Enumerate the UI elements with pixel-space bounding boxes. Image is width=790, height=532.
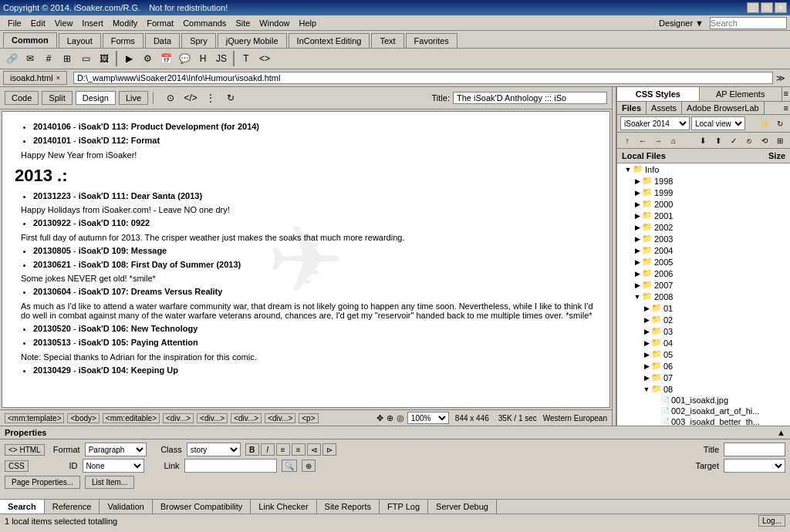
expand-icon[interactable]: ▶: [642, 351, 651, 359]
tree-item-02[interactable]: ▶ 📁 02: [617, 314, 790, 325]
ap-elements-tab[interactable]: AP Elements: [700, 87, 782, 101]
menu-modify[interactable]: Modify: [108, 17, 142, 29]
expand-icon-info[interactable]: ▼: [623, 166, 633, 173]
breadcrumb-body[interactable]: <body>: [67, 413, 99, 423]
sub-panel-options[interactable]: ≡: [782, 102, 790, 114]
tree-item-01[interactable]: ▶ 📁 01: [617, 302, 790, 314]
expand-icon[interactable]: ▶: [642, 305, 651, 312]
tree-item-file2[interactable]: 📄 002_isoakd_art_of_hi...: [617, 406, 790, 416]
browse-link-button[interactable]: 🔍: [282, 460, 297, 472]
html-toggle[interactable]: <> HTML: [5, 444, 45, 456]
css-styles-tab[interactable]: CSS Styles: [617, 87, 700, 101]
tool-email[interactable]: ✉: [22, 50, 39, 67]
file-tab[interactable]: isoakd.html ×: [3, 71, 67, 85]
bottom-tab-ftp-log[interactable]: FTP Log: [380, 500, 428, 513]
tree-item-2005[interactable]: ▶ 📁 2005: [617, 256, 790, 268]
bold-button[interactable]: B: [245, 443, 259, 456]
live-view-button[interactable]: Live: [119, 91, 148, 105]
tree-item-info[interactable]: ▼ 📁 Info: [617, 163, 790, 175]
breadcrumb-div2[interactable]: <div...>: [197, 413, 228, 423]
tree-item-2001[interactable]: ▶ 📁 2001: [617, 210, 790, 221]
menu-window[interactable]: Window: [255, 17, 294, 29]
breadcrumb-editable[interactable]: <mm:editable>: [103, 413, 160, 423]
bottom-tab-browser-compat[interactable]: Browser Compatibility: [153, 500, 251, 513]
id-select[interactable]: None: [83, 459, 144, 473]
live-view-options[interactable]: ⋮: [202, 89, 219, 106]
nav-back[interactable]: ←: [636, 134, 650, 146]
tool-script[interactable]: JS: [213, 50, 230, 67]
list-item-button[interactable]: List Item...: [85, 476, 134, 489]
target-select[interactable]: [724, 459, 785, 473]
expand-icon[interactable]: ▶: [633, 212, 642, 220]
inspect-btn[interactable]: ⊙: [162, 89, 179, 106]
tool-date[interactable]: 📅: [157, 50, 174, 67]
assets-sub-tab[interactable]: Assets: [647, 102, 682, 114]
title-prop-input[interactable]: [724, 443, 785, 456]
nav-up[interactable]: ↑: [620, 134, 634, 146]
css-toggle[interactable]: CSS: [5, 460, 29, 472]
minimize-button[interactable]: _: [747, 2, 759, 13]
connect-icon[interactable]: ⚡: [758, 117, 771, 130]
tool-widget[interactable]: ⚙: [139, 50, 156, 67]
file-tab-close[interactable]: ×: [56, 74, 60, 82]
expand-icon[interactable]: ▶: [642, 339, 651, 347]
files-put[interactable]: ⬆: [711, 134, 725, 146]
tree-item-2004[interactable]: ▶ 📁 2004: [617, 244, 790, 256]
new-link-button[interactable]: ⊕: [302, 460, 316, 472]
link-input[interactable]: [184, 459, 277, 473]
expand-icon-08[interactable]: ▼: [642, 386, 651, 393]
zoom-select[interactable]: 100% 150% 200% 75% 50%: [407, 412, 449, 424]
nav-home[interactable]: ⌂: [667, 134, 680, 146]
menu-help[interactable]: Help: [294, 17, 321, 29]
tool-comment[interactable]: 💬: [176, 50, 193, 67]
expand-icon[interactable]: ▶: [633, 247, 642, 254]
bottom-tab-link-checker[interactable]: Link Checker: [251, 500, 316, 513]
panel-options[interactable]: ≡: [782, 87, 790, 101]
tree-item-05[interactable]: ▶ 📁 05: [617, 348, 790, 360]
menu-format[interactable]: Format: [142, 17, 178, 29]
ordered-list-button[interactable]: ≡: [292, 443, 306, 456]
tree-item-file1[interactable]: 📄 001_isoakd.jpg: [617, 395, 790, 406]
expand-icon[interactable]: ▶: [642, 362, 651, 370]
nav-forward[interactable]: →: [651, 134, 665, 146]
tab-data[interactable]: Data: [145, 33, 180, 48]
menu-file[interactable]: File: [3, 17, 26, 29]
log-button[interactable]: Log...: [758, 515, 785, 527]
tree-item-file3[interactable]: 📄 003_isoakd_better_th...: [617, 416, 790, 426]
tree-item-06[interactable]: ▶ 📁 06: [617, 360, 790, 372]
class-select[interactable]: story: [187, 443, 241, 456]
tree-item-2000[interactable]: ▶ 📁 2000: [617, 198, 790, 210]
italic-button[interactable]: I: [261, 443, 275, 456]
split-view-button[interactable]: Split: [42, 91, 72, 105]
files-get[interactable]: ⬇: [696, 134, 710, 146]
refresh-btn[interactable]: ↻: [222, 89, 239, 106]
expand-icon[interactable]: ▶: [642, 316, 651, 324]
tab-common[interactable]: Common: [3, 32, 57, 48]
view-select[interactable]: Local view: [691, 116, 745, 130]
files-expand[interactable]: ⊞: [773, 134, 787, 146]
title-input[interactable]: [453, 92, 607, 104]
files-sub-tab[interactable]: Files: [617, 102, 647, 114]
tab-favorites[interactable]: Favorites: [406, 33, 457, 48]
design-view-button[interactable]: Design: [76, 91, 116, 105]
bottom-tab-search[interactable]: Search: [0, 500, 45, 513]
outdent-button[interactable]: ⊲: [307, 443, 321, 456]
tool-templates[interactable]: T: [238, 50, 255, 67]
tree-item-2002[interactable]: ▶ 📁 2002: [617, 221, 790, 233]
live-code-btn[interactable]: </>: [182, 89, 199, 106]
expand-icon[interactable]: ▶: [642, 374, 651, 382]
files-check-out[interactable]: ✓: [727, 134, 741, 146]
refresh-files-icon[interactable]: ↻: [773, 117, 787, 130]
menu-view[interactable]: View: [50, 17, 78, 29]
menu-commands[interactable]: Commands: [178, 17, 231, 29]
tool-head[interactable]: H: [194, 50, 211, 67]
expand-icon[interactable]: ▶: [633, 270, 642, 278]
breadcrumb-p[interactable]: <p>: [299, 413, 318, 423]
files-check-in[interactable]: ⎋: [742, 134, 756, 146]
expand-icon[interactable]: ▶: [633, 235, 642, 243]
bottom-tab-server-debug[interactable]: Server Debug: [428, 500, 497, 513]
bottom-tab-reference[interactable]: Reference: [45, 500, 100, 513]
tool-anchor[interactable]: #: [40, 50, 57, 67]
browser-lab-sub-tab[interactable]: Adobe BrowserLab: [682, 102, 765, 114]
unordered-list-button[interactable]: ≡: [276, 443, 290, 456]
